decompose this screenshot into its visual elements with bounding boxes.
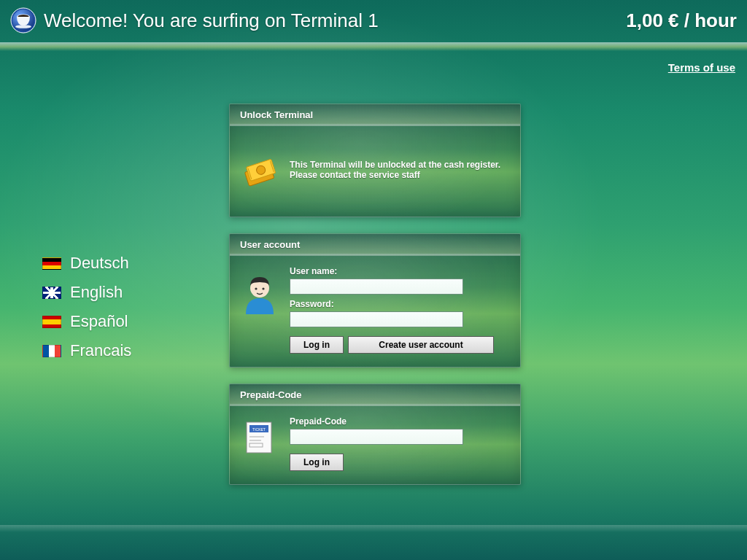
flag-de-icon <box>42 257 61 270</box>
language-label: English <box>70 283 123 302</box>
prepaid-code-input[interactable] <box>290 429 463 445</box>
welcome-title: Welcome! You are surfing on Terminal 1 <box>44 9 379 32</box>
language-list: Deutsch English Español Francais <box>42 254 131 360</box>
panel-title: Unlock Terminal <box>230 104 520 126</box>
svg-point-12 <box>262 287 264 289</box>
language-label: Español <box>70 312 128 331</box>
tickets-icon <box>240 150 279 190</box>
prepaid-code-label: Prepaid-Code <box>290 416 510 427</box>
password-input[interactable] <box>290 311 463 327</box>
language-label: Deutsch <box>70 254 129 273</box>
unlock-message-line1: This Terminal will be unlocked at the ca… <box>290 160 500 170</box>
svg-point-11 <box>255 287 257 289</box>
panel-title: Prepaid-Code <box>230 384 520 406</box>
svg-text:TICKET: TICKET <box>252 427 266 432</box>
unlock-message-line2: Please contact the service staff <box>290 170 420 180</box>
header-bar: Welcome! You are surfing on Terminal 1 1… <box>0 0 747 41</box>
username-input[interactable] <box>290 279 463 295</box>
price-label: 1,00 € / hour <box>626 9 737 32</box>
coffee-cup-icon <box>10 7 36 34</box>
prepaid-code-panel: Prepaid-Code TICKET Prepaid-Code Log in <box>229 384 521 485</box>
flag-fr-icon <box>42 345 61 357</box>
language-label: Francais <box>70 341 131 360</box>
panels-container: Unlock Terminal This Terminal will be un… <box>229 104 521 485</box>
login-button[interactable]: Log in <box>290 336 344 354</box>
svg-point-4 <box>15 25 31 28</box>
language-option-francais[interactable]: Francais <box>42 341 131 360</box>
user-avatar-icon <box>240 266 279 317</box>
prepaid-login-button[interactable]: Log in <box>290 454 344 471</box>
ticket-receipt-icon: TICKET <box>240 416 279 456</box>
language-option-deutsch[interactable]: Deutsch <box>42 254 131 273</box>
decorative-bottom-band <box>0 525 747 532</box>
username-label: User name: <box>290 266 510 276</box>
unlock-terminal-panel: Unlock Terminal This Terminal will be un… <box>229 104 521 217</box>
create-account-button[interactable]: Create user account <box>348 336 494 354</box>
panel-title: User account <box>230 234 520 256</box>
flag-es-icon <box>42 316 61 328</box>
flag-en-icon <box>42 287 61 299</box>
decorative-top-band <box>0 42 747 51</box>
user-account-panel: User account User name: Password: Log <box>229 233 521 368</box>
terms-of-use-link[interactable]: Terms of use <box>668 61 735 74</box>
password-label: Password: <box>290 299 510 309</box>
language-option-english[interactable]: English <box>42 283 131 302</box>
language-option-espanol[interactable]: Español <box>42 312 131 331</box>
